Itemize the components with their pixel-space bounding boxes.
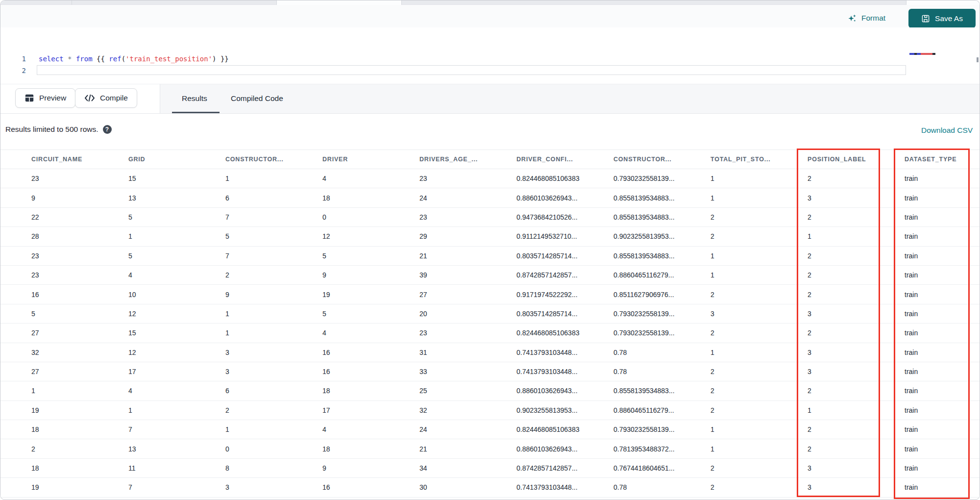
table-cell: 0.8035714285714... [516, 252, 613, 260]
table-cell: 24 [419, 194, 516, 202]
table-cell: 6 [225, 194, 322, 202]
table-cell: 29 [419, 232, 516, 240]
tab-compiled-code[interactable]: Compiled Code [231, 84, 283, 112]
scrollbar-marker[interactable] [977, 57, 979, 62]
table-cell: 15 [128, 175, 225, 182]
table-cell: 18 [322, 387, 419, 395]
table-cell: 23 [31, 175, 128, 182]
table-cell: 3 [808, 483, 905, 491]
code-token: {{ [97, 55, 109, 63]
format-button[interactable]: Format [848, 11, 885, 25]
column-header: DRIVERS_AGE_... [419, 156, 516, 163]
table-cell: 0.8860103626943... [516, 194, 613, 202]
table-grid-icon [24, 94, 34, 102]
code-token: ref [109, 55, 121, 63]
table-cell: train [905, 483, 980, 491]
tab-compiled-code-label: Compiled Code [231, 94, 283, 103]
table-cell: 4 [322, 175, 419, 182]
table-cell: train [905, 175, 980, 182]
table-cell: 0.78 [613, 483, 710, 491]
table-cell: 0.9023255813953... [613, 232, 710, 240]
tab-results[interactable]: Results [182, 84, 207, 112]
table-cell: 2 [710, 232, 808, 240]
table-cell: 23 [419, 213, 516, 221]
active-line-highlight[interactable] [37, 65, 906, 75]
table-cell: 39 [419, 271, 516, 279]
table-cell: 0.7813953488372... [613, 445, 710, 453]
help-icon[interactable]: ? [103, 125, 112, 134]
line-number-2: 2 [18, 67, 26, 75]
table-cell: 7 [225, 213, 322, 221]
table-cell: 5 [322, 310, 419, 318]
table-cell: 34 [419, 464, 516, 472]
column-header: DRIVER_CONFI... [516, 156, 613, 163]
table-cell: 0.8860465116279... [613, 406, 710, 414]
table-cell: 3 [808, 194, 905, 202]
code-token: * [68, 55, 76, 63]
save-icon [921, 14, 930, 23]
active-tab-indicator [172, 112, 220, 113]
sql-editor[interactable]: 1 2 select * from {{ ref('train_test_pos… [0, 27, 980, 84]
table-cell: 0.8860465116279... [613, 271, 710, 279]
compile-button[interactable]: Compile [75, 88, 137, 108]
actions-bar: Preview Compile Results Compiled Code [0, 84, 980, 114]
table-cell: 0.8742857142857... [516, 464, 613, 472]
table-row: 213018210.8860103626943...0.781395348837… [0, 439, 980, 458]
table-cell: 2 [808, 175, 905, 182]
table-cell: train [905, 464, 980, 472]
active-editor-tab[interactable] [276, 0, 401, 5]
table-cell: 2 [808, 213, 905, 221]
table-cell: 0.824468085106383 [516, 425, 613, 433]
sparkle-icon [848, 14, 857, 23]
table-cell: 18 [31, 425, 128, 433]
table-cell: 0.8860103626943... [516, 445, 613, 453]
table-cell: train [905, 349, 980, 356]
column-header: GRID [128, 156, 225, 163]
table-cell: 2 [808, 329, 905, 337]
table-row: 18714240.8244680851063830.7930232558139.… [0, 420, 980, 439]
table-cell: 25 [419, 387, 516, 395]
table-row: 2717316330.7413793103448...0.7823train [0, 362, 980, 381]
table-cell: 0.7930232558139... [613, 175, 710, 182]
table-cell: 1 [128, 406, 225, 414]
table-row: 23575210.8035714285714...0.8558139534883… [0, 247, 980, 266]
compile-label: Compile [100, 94, 128, 102]
table-cell: 2 [710, 406, 808, 414]
table-cell: 3 [225, 349, 322, 356]
preview-button[interactable]: Preview [15, 88, 75, 108]
table-cell: 27 [31, 368, 128, 375]
table-row: 191217320.9023255813953...0.886046511627… [0, 401, 980, 420]
editor-tab[interactable] [906, 0, 980, 5]
table-cell: 3 [225, 483, 322, 491]
table-cell: 18 [322, 194, 419, 202]
table-row: 23429390.8742857142857...0.8860465116279… [0, 266, 980, 285]
table-cell: 2 [808, 445, 905, 453]
table-cell: 4 [128, 271, 225, 279]
table-cell: 1 [808, 406, 905, 414]
table-cell: 0.7674418604651... [613, 464, 710, 472]
table-cell: 24 [419, 425, 516, 433]
download-csv-link[interactable]: Download CSV [921, 126, 973, 135]
table-cell: 16 [322, 349, 419, 356]
table-cell: train [905, 232, 980, 240]
table-cell: 21 [419, 252, 516, 260]
table-body: 231514230.8244680851063830.7930232558139… [0, 169, 980, 498]
table-row: 51215200.8035714285714...0.7930232558139… [0, 304, 980, 324]
table-cell: 7 [128, 425, 225, 433]
table-row: 22570230.9473684210526...0.8558139534883… [0, 208, 980, 227]
code-icon [84, 94, 95, 102]
table-cell: train [905, 329, 980, 337]
table-cell: 2 [710, 464, 808, 472]
table-cell: 5 [31, 310, 128, 318]
table-cell: 0.7413793103448... [516, 349, 613, 356]
table-row: 913618240.8860103626943...0.855813953488… [0, 188, 980, 207]
table-cell: 0.8860103626943... [516, 387, 613, 395]
table-cell: 1 [710, 349, 808, 356]
column-header: CONSTRUCTOR... [225, 156, 322, 163]
table-cell: 15 [128, 329, 225, 337]
save-as-button[interactable]: Save As [908, 9, 976, 28]
table-cell: 2 [808, 387, 905, 395]
table-cell: 0.9112149532710... [516, 232, 613, 240]
code-token: ) [212, 55, 220, 63]
code-minimap[interactable] [909, 53, 935, 55]
